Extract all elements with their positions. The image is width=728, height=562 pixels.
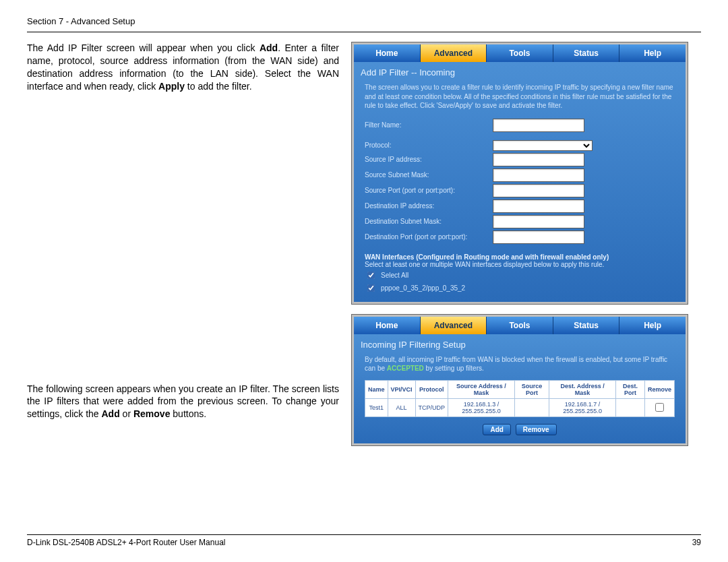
- th-dst-addr: Dest. Address / Mask: [549, 380, 616, 398]
- section-header: Section 7 - Advanced Setup: [27, 16, 701, 26]
- input-dst-mask[interactable]: [493, 215, 584, 228]
- cell-remove: [644, 398, 674, 416]
- tab-tools[interactable]: Tools: [487, 44, 553, 62]
- tab-advanced-2[interactable]: Advanced: [421, 317, 487, 334]
- cell-dst: 192.168.1.7 / 255.255.255.0: [549, 398, 616, 416]
- checkbox-interface-1[interactable]: [367, 284, 375, 292]
- paragraph-2: The following screen appears when you cr…: [27, 383, 339, 421]
- wan-interfaces-heading: WAN Interfaces (Configured in Routing mo…: [365, 253, 675, 268]
- label-protocol: Protocol:: [365, 142, 493, 149]
- th-dst-port: Dest. Port: [615, 380, 644, 398]
- label-filter-name: Filter Name:: [365, 121, 493, 129]
- th-src-port: Source Port: [514, 380, 549, 398]
- panel2-desc: By default, all incoming IP traffic from…: [365, 355, 675, 373]
- left-column: The Add IP Filter screen will appear whe…: [27, 42, 339, 456]
- table-row: Test1 ALL TCP/UDP 192.168.1.3 / 255.255.…: [365, 398, 675, 416]
- paragraph-1: The Add IP Filter screen will appear whe…: [27, 42, 339, 93]
- th-name: Name: [365, 380, 388, 398]
- cell-srcport: [514, 398, 549, 416]
- checkbox-remove-row[interactable]: [655, 403, 664, 412]
- footer-page: 39: [692, 538, 701, 547]
- footer-title: D-Link DSL-2540B ADSL2+ 4-Port Router Us…: [27, 538, 225, 547]
- panel2-title: Incoming IP Filtering Setup: [361, 340, 679, 350]
- label-src-ip: Source IP address:: [365, 156, 493, 163]
- input-src-ip[interactable]: [493, 153, 584, 166]
- tab-bar-2: Home Advanced Tools Status Help: [354, 317, 686, 334]
- input-dst-ip[interactable]: [493, 199, 584, 213]
- select-protocol[interactable]: [493, 140, 593, 151]
- th-src-addr: Source Address / Mask: [448, 380, 515, 398]
- label-select-all: Select All: [381, 272, 408, 279]
- panel1-desc: The screen allows you to create a filter…: [365, 83, 675, 111]
- cell-src: 192.168.1.3 / 255.255.255.0: [448, 398, 515, 416]
- cell-vpivci: ALL: [388, 398, 415, 416]
- tab-advanced[interactable]: Advanced: [421, 44, 487, 62]
- label-src-mask: Source Subnet Mask:: [365, 171, 493, 179]
- table-header-row: Name VPI/VCI Protocol Source Address / M…: [365, 380, 675, 398]
- label-interface-1: pppoe_0_35_2/ppp_0_35_2: [381, 284, 465, 292]
- filter-table: Name VPI/VCI Protocol Source Address / M…: [365, 380, 675, 417]
- input-filter-name[interactable]: [493, 119, 584, 132]
- add-button[interactable]: Add: [483, 424, 510, 435]
- th-protocol: Protocol: [415, 380, 448, 398]
- cell-dstport: [615, 398, 644, 416]
- tab-status[interactable]: Status: [553, 44, 620, 62]
- cell-protocol: TCP/UDP: [415, 398, 448, 416]
- label-dst-port: Destination Port (port or port:port):: [365, 233, 493, 241]
- remove-button[interactable]: Remove: [516, 424, 557, 435]
- label-dst-mask: Destination Subnet Mask:: [365, 218, 493, 225]
- input-src-port[interactable]: [493, 184, 584, 197]
- page-footer: D-Link DSL-2540B ADSL2+ 4-Port Router Us…: [27, 534, 701, 547]
- cell-name: Test1: [365, 398, 388, 416]
- panel1-title: Add IP Filter -- Incoming: [361, 67, 679, 77]
- tab-status-2[interactable]: Status: [553, 317, 620, 334]
- tab-home-2[interactable]: Home: [354, 317, 421, 334]
- screenshot-incoming-ip-filtering: Home Advanced Tools Status Help Incoming…: [351, 314, 688, 446]
- tab-home[interactable]: Home: [354, 44, 421, 62]
- label-dst-ip: Destination IP address:: [365, 202, 493, 210]
- tab-tools-2[interactable]: Tools: [487, 317, 553, 334]
- tab-help[interactable]: Help: [619, 44, 686, 62]
- screenshot-add-ip-filter: Home Advanced Tools Status Help Add IP F…: [351, 42, 688, 305]
- input-src-mask[interactable]: [493, 168, 584, 182]
- tab-bar-1: Home Advanced Tools Status Help: [354, 44, 686, 62]
- checkbox-select-all[interactable]: [367, 272, 375, 279]
- input-dst-port[interactable]: [493, 230, 584, 244]
- right-column: Home Advanced Tools Status Help Add IP F…: [351, 42, 688, 456]
- tab-help-2[interactable]: Help: [619, 317, 686, 334]
- th-remove: Remove: [644, 380, 674, 398]
- th-vpivci: VPI/VCI: [388, 380, 415, 398]
- header-rule: [27, 32, 701, 32]
- label-src-port: Source Port (port or port:port):: [365, 187, 493, 194]
